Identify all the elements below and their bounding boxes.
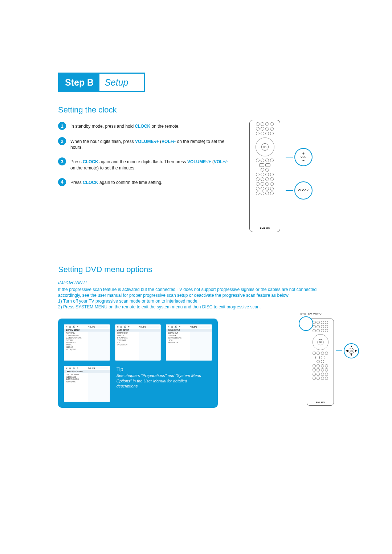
- system-menu-label: SYSTEM MENU: [300, 312, 322, 315]
- list-item: MENU LANG: [66, 381, 86, 383]
- ok-callout: ▲ ◀ OK ▶ ▼: [336, 343, 359, 358]
- tool-icon: ✖: [66, 325, 68, 328]
- grid-icon: ▦: [69, 325, 71, 328]
- step-header: Step B Setup: [58, 73, 145, 92]
- remote-control-icon: OK PHILIPS: [307, 319, 334, 406]
- ok-button-icon: OK: [348, 348, 354, 354]
- clock-callout: CLOCK: [286, 181, 313, 200]
- menu-screens-panel: ✖▦🔊⚑PHILIPS SYSTEM SETUP TV SYSTEM SCREE…: [58, 319, 218, 408]
- tip-box: Tip See chapters "Preparations" and "Sys…: [115, 366, 212, 402]
- ok-button-icon: OK: [317, 339, 323, 345]
- minus-icon: –: [302, 159, 305, 163]
- brand-label: PHILIPS: [260, 227, 270, 230]
- step-badge-1: 1: [58, 122, 66, 130]
- dvd-lower-area: ✖▦🔊⚑PHILIPS SYSTEM SETUP TV SYSTEM SCREE…: [58, 310, 334, 408]
- vol-label: VOL: [301, 156, 306, 159]
- arrow-left-icon: ◀: [346, 349, 348, 352]
- step-badge-3: 3: [58, 157, 66, 165]
- screen-language-setup: ✖▦🔊⚑PHILIPS LANGUAGE SETUP OSD LANGUAGE …: [64, 366, 110, 402]
- warn-line-2: 1) Turn off your TV progressive scan mod…: [58, 299, 199, 304]
- step-text-2: When the hour digits flash, press VOLUME…: [70, 135, 232, 150]
- speaker-icon: 🔊: [73, 325, 75, 328]
- clock-label: CLOCK: [294, 181, 313, 200]
- step-text-4: Press CLOCK again to confirm the time se…: [70, 176, 162, 185]
- step-2: 2 When the hour digits flash, press VOLU…: [58, 135, 232, 150]
- section-title-dvd: Setting DVD menu options: [58, 265, 334, 274]
- important-label: IMPORTANT!: [58, 279, 334, 286]
- ok-button-icon: OK: [261, 143, 269, 151]
- step-label: Step B: [59, 74, 99, 91]
- clock-steps: 1 In standby mode, press and hold CLOCK …: [58, 120, 232, 232]
- tip-title: Tip: [117, 366, 211, 372]
- list-item: SATURATION: [117, 344, 138, 346]
- arrow-up-icon: ▲: [350, 345, 353, 348]
- remote-diagram-2: SYSTEM MENU OK PHILIPS ▲: [307, 319, 334, 406]
- screen-video-setup: ✖▦🔊⚑PHILIPS VIDEO SETUP COMPONENT TV MOD…: [115, 324, 161, 361]
- vol-callout: + VOL –: [286, 148, 313, 166]
- step-text-1: In standby mode, press and hold CLOCK on…: [70, 120, 180, 129]
- dvd-warning: IMPORTANT! If the progressive scan featu…: [58, 279, 334, 310]
- system-items: TV SYSTEM SCREEN SAVER CLOSED CAPTIONS T…: [64, 332, 88, 360]
- step-badge-2: 2: [58, 137, 66, 145]
- tip-text: See chapters "Preparations" and "System …: [117, 373, 211, 389]
- list-item: DIVX(R) VOD: [66, 349, 86, 351]
- remote-control-icon: OK PHILIPS: [249, 120, 280, 232]
- step-3: 3 Press CLOCK again and the minute digit…: [58, 155, 232, 171]
- section-title-clock: Setting the clock: [58, 105, 334, 115]
- brand-label: PHILIPS: [316, 401, 324, 403]
- clock-area: 1 In standby mode, press and hold CLOCK …: [58, 120, 334, 232]
- plus-icon: +: [302, 152, 305, 156]
- warn-line-3: 2) Press SYSTEM MENU on the remote to ex…: [58, 304, 261, 309]
- system-menu-callout: [299, 316, 313, 331]
- list-item: NIGHT MODE: [168, 342, 188, 344]
- arrow-down-icon: ▼: [350, 354, 353, 357]
- warn-line-1: If the progressive scan feature is activ…: [58, 287, 317, 298]
- step-1: 1 In standby mode, press and hold CLOCK …: [58, 120, 232, 130]
- step-text-3: Press CLOCK again and the minute digits …: [70, 155, 232, 171]
- step-badge-4: 4: [58, 178, 66, 186]
- remote-diagram: OK PHILIPS + VOL –: [249, 120, 297, 232]
- manual-page: Step B Setup Setting the clock 1 In stan…: [0, 0, 392, 554]
- screen-system-setup: ✖▦🔊⚑PHILIPS SYSTEM SETUP TV SYSTEM SCREE…: [64, 324, 110, 361]
- screen-audio-setup: ✖▦🔊⚑PHILIPS AUDIO SETUP DIGITAL OUT DOWN…: [166, 324, 212, 361]
- step-4: 4 Press CLOCK again to confirm the time …: [58, 176, 232, 186]
- setup-label: Setup: [99, 74, 133, 91]
- arrow-right-icon: ▶: [355, 349, 357, 352]
- flag-icon: ⚑: [77, 325, 78, 328]
